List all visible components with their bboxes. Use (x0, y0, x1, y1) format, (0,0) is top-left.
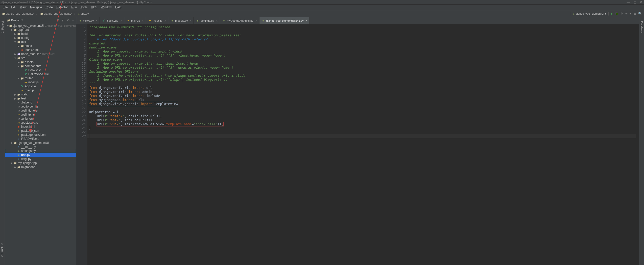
tree-item-main-js[interactable]: main.js (5, 88, 76, 92)
tree-item--postcssrc-js[interactable]: .postcssrc.js (5, 121, 76, 125)
structure-tool-tab[interactable]: 7: Structure (1, 243, 4, 257)
code-line-25[interactable]: url(r'^vue/', TemplateView.as_view(templ… (87, 122, 636, 126)
expand-arrow-icon[interactable]: ▶ (14, 97, 17, 100)
tree-item-static[interactable]: ▶static (5, 44, 76, 48)
tree-item-migrations[interactable]: ▶migrations (5, 165, 76, 169)
code-line-27[interactable] (87, 130, 636, 134)
tree-item--babelrc[interactable]: .babelrc (5, 100, 76, 104)
code-line-21[interactable] (87, 106, 636, 110)
close-icon[interactable]: × (216, 19, 218, 22)
code-line-2[interactable] (87, 29, 636, 33)
menu-vcs[interactable]: VCS (89, 5, 99, 10)
tab-index-js[interactable]: index.js× (146, 17, 168, 24)
menu-navigate[interactable]: Navigate (28, 5, 44, 10)
tree-item-app-vue[interactable]: App.vue (5, 84, 76, 88)
tab-models-py[interactable]: models.py× (168, 17, 194, 24)
chevron-down-icon[interactable] (20, 18, 23, 22)
code-line-3[interactable]: The `urlpatterns` list routes URLs to vi… (87, 33, 636, 37)
tree-item-index-html[interactable]: index.html (5, 48, 76, 52)
layout-button[interactable]: ▦ (633, 12, 636, 15)
expand-arrow-icon[interactable]: ▼ (14, 41, 17, 43)
close-icon[interactable]: × (96, 19, 98, 22)
tree-item-appfront[interactable]: ▼appfront (5, 28, 76, 32)
menu-help[interactable]: Help (113, 5, 123, 10)
tree-item-package-json[interactable]: package.json (5, 129, 76, 133)
expand-arrow-icon[interactable]: ▶ (17, 61, 20, 64)
debug-button[interactable] (615, 12, 618, 15)
code-line-1[interactable]: """django_vue_elementUi URL Configuratio… (87, 25, 636, 29)
code-line-17[interactable]: from django.contrib import admin (87, 90, 636, 94)
code-line-14[interactable]: 2. Add a URL to urlpatterns: url(r'^blog… (87, 78, 636, 82)
tree-item-settings-py[interactable]: settings.py (5, 149, 76, 153)
tree-item-components[interactable]: ▼components (5, 64, 76, 68)
tree-item--eslintrc-js[interactable]: .eslintrc.js (5, 113, 76, 117)
tab-django-vue-elementui-urls-py[interactable]: django_vue_elementUi\urls.py× (259, 17, 310, 24)
tab-mydjangoapp-urls-py[interactable]: myDjangoApp\urls.py× (220, 17, 259, 24)
tree-item-index-html[interactable]: index.html (5, 125, 76, 129)
code-line-10[interactable]: 1. Add an import: from other_app.views i… (87, 62, 636, 66)
code-editor[interactable]: 1234567891011121314151617181920212223242… (76, 24, 639, 265)
expand-arrow-icon[interactable]: ▶ (14, 37, 17, 39)
panel-action-3[interactable]: – (72, 18, 74, 22)
tree-item-static[interactable]: ▶static (5, 92, 76, 96)
menu-edit[interactable]: Edit (9, 5, 18, 10)
code-line-26[interactable]: ] (87, 126, 636, 130)
tree-item-assets[interactable]: ▶assets (5, 60, 76, 64)
tree-item-mydjangoapp[interactable]: ▼myDjangoApp (5, 161, 76, 165)
tree-item-src[interactable]: ▼src (5, 56, 76, 60)
code-line-13[interactable]: 1. Import the include() function: from d… (87, 74, 636, 78)
tree-item-node-modules[interactable]: ▶node_moduleslibrary root (5, 52, 76, 56)
expand-arrow-icon[interactable]: ▼ (10, 162, 13, 165)
tree-item-django-vue-elementui[interactable]: ▼django_vue_elementUiC:\django_vue_eleme… (5, 24, 76, 28)
stop-button[interactable]: ■ (630, 12, 631, 15)
project-tree[interactable]: ▼django_vue_elementUiC:\django_vue_eleme… (5, 23, 76, 265)
tree-item-book-vue[interactable]: Book.vue (5, 68, 76, 72)
expand-arrow-icon[interactable]: ▼ (7, 24, 9, 27)
breadcrumb-item[interactable]: django_vue_elementUi (40, 12, 73, 15)
project-tool-tab[interactable]: 1: Project (1, 21, 4, 33)
tree-item-helloworld-vue[interactable]: HelloWorld.vue (5, 72, 76, 76)
tab-views-py[interactable]: views.py× (76, 17, 100, 24)
expand-arrow-icon[interactable]: ▶ (14, 53, 17, 56)
close-icon[interactable]: × (164, 19, 166, 22)
run-configuration-selector[interactable]: django_vue_elementUi ▾ (571, 12, 609, 16)
menu-code[interactable]: Code (44, 5, 55, 10)
expand-arrow-icon[interactable]: ▼ (14, 57, 17, 60)
restart-button[interactable]: ↻ (621, 12, 623, 15)
tree-item-index-js[interactable]: index.js (5, 80, 76, 84)
expand-arrow-icon[interactable]: ▶ (14, 166, 17, 169)
code-line-4[interactable]: https://docs.djangoproject.com/en/1.11/t… (87, 37, 636, 41)
tree-item-test[interactable]: ▶test (5, 96, 76, 100)
expand-arrow-icon[interactable]: ▼ (17, 77, 20, 80)
editor-scrollbar[interactable] (636, 24, 639, 265)
tree-item-package-lock-json[interactable]: package-lock.json (5, 133, 76, 137)
tab-main-js[interactable]: main.js× (124, 17, 146, 24)
maximize-button[interactable]: □ (634, 0, 636, 4)
minimize-button[interactable]: — (627, 0, 630, 4)
tab-settings-py[interactable]: settings.py× (194, 17, 220, 24)
code-line-23[interactable]: url(r'^admin/', admin.site.urls), (87, 114, 636, 118)
search-everywhere-icon[interactable]: 🔍 (638, 12, 642, 15)
expand-arrow-icon[interactable]: ▼ (10, 142, 13, 144)
code-line-28[interactable] (87, 134, 636, 138)
panel-action-1[interactable]: ⇄ (62, 18, 64, 22)
code-line-16[interactable]: from django.conf.urls import url (87, 86, 636, 90)
code-line-24[interactable]: url(r'^api/', include(urls)), (87, 118, 636, 122)
code-content[interactable]: """django_vue_elementUi URL Configuratio… (87, 24, 636, 265)
expand-arrow-icon[interactable]: ▼ (17, 65, 20, 68)
breadcrumb-item[interactable]: urls.py (78, 12, 89, 15)
tab-book-vue[interactable]: Book.vue× (100, 17, 124, 24)
code-line-19[interactable]: from myDjangoApp import urls (87, 98, 636, 102)
close-icon[interactable]: × (120, 19, 122, 22)
tree-item--gitignore[interactable]: .gitignore (5, 117, 76, 121)
tree-item-config[interactable]: ▶config (5, 36, 76, 40)
expand-arrow-icon[interactable]: ▶ (14, 33, 17, 35)
close-icon[interactable]: × (142, 19, 144, 22)
close-button[interactable]: ✕ (639, 0, 642, 4)
code-line-11[interactable]: 2. Add a URL to urlpatterns: url(r'^$', … (87, 66, 636, 70)
database-tool-tab[interactable]: Database (640, 21, 643, 33)
run-button[interactable] (611, 12, 613, 15)
menu-view[interactable]: View (18, 5, 28, 10)
code-line-15[interactable]: """ (87, 82, 636, 86)
code-line-22[interactable]: urlpatterns = [ (87, 110, 636, 114)
